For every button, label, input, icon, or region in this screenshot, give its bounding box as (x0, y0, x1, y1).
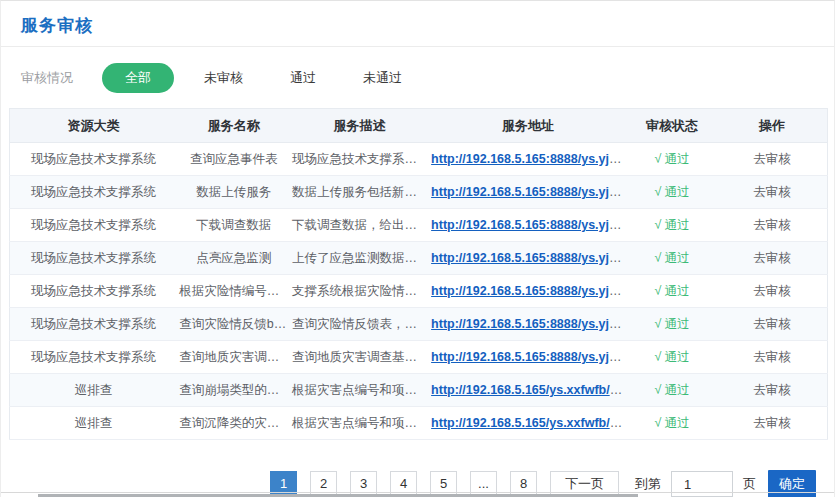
bottom-divider (1, 492, 834, 493)
go-audit-link[interactable]: 去审核 (753, 284, 791, 298)
goto-page-suffix: 页 (743, 475, 756, 493)
cell-service-name: 查询应急事件表 (177, 143, 290, 176)
table-row: 巡排查查询沉降类的灾害点...根据灾害点编号和项目类...http://192.… (10, 407, 828, 440)
service-url-link[interactable]: http://192.168.5.165:8888/ys.yjz... (431, 185, 626, 199)
cell-audit-status: √ 通过 (627, 176, 717, 209)
services-table: 资源大类服务名称服务描述服务地址审核状态操作 现场应急技术支撑系统查询应急事件表… (9, 108, 828, 440)
cell-category: 现场应急技术支撑系统 (10, 209, 178, 242)
go-audit-link[interactable]: 去审核 (753, 317, 791, 331)
filter-tab-2[interactable]: 通过 (290, 69, 316, 87)
service-url-link[interactable]: http://192.168.5.165:8888/ys.yjz... (431, 317, 626, 331)
service-url-link[interactable]: http://192.168.5.165/ys.xxfwfb/s... (431, 416, 627, 430)
status-passed-badge: √ 通过 (654, 317, 689, 331)
cell-service-url: http://192.168.5.165/ys.xxfwfb/s... (429, 374, 627, 407)
cell-service-name: 查询地质灾害调查基... (177, 341, 290, 374)
cell-category: 现场应急技术支撑系统 (10, 176, 178, 209)
service-url-link[interactable]: http://192.168.5.165:8888/ys.yjz... (431, 218, 626, 232)
table-body: 现场应急技术支撑系统查询应急事件表现场应急技术支撑系统相...http://19… (10, 143, 828, 440)
table-header-row: 资源大类服务名称服务描述服务地址审核状态操作 (10, 109, 828, 143)
filter-row: 审核情况 全部未审核通过未通过 (1, 47, 834, 108)
cell-service-name: 根据灾险情编号查询... (177, 275, 290, 308)
cell-service-name: 点亮应急监测 (177, 242, 290, 275)
table-row: 巡排查查询崩塌类型的灾害...根据灾害点编号和项目类...http://192.… (10, 374, 828, 407)
status-passed-badge: √ 通过 (654, 185, 689, 199)
filter-tab-0[interactable]: 全部 (102, 63, 174, 93)
cell-service-name: 下载调查数据 (177, 209, 290, 242)
filter-tab-3[interactable]: 未通过 (363, 69, 402, 87)
cell-category: 现场应急技术支撑系统 (10, 341, 178, 374)
column-header-2: 服务描述 (290, 109, 429, 143)
cell-category: 现场应急技术支撑系统 (10, 143, 178, 176)
go-audit-link[interactable]: 去审核 (753, 350, 791, 364)
column-header-1: 服务名称 (177, 109, 290, 143)
cell-service-name: 查询灾险情反馈byZ... (177, 308, 290, 341)
service-url-link[interactable]: http://192.168.5.165:8888/ys.yjz... (431, 152, 626, 166)
status-passed-badge: √ 通过 (654, 218, 689, 232)
cell-action: 去审核 (717, 242, 827, 275)
go-audit-link[interactable]: 去审核 (753, 185, 791, 199)
service-audit-panel: 服务审核 审核情况 全部未审核通过未通过 资源大类服务名称服务描述服务地址审核状… (0, 0, 835, 497)
column-header-0: 资源大类 (10, 109, 178, 143)
cell-service-desc: 现场应急技术支撑系统相... (290, 143, 429, 176)
cell-action: 去审核 (717, 308, 827, 341)
cell-service-desc: 数据上传服务包括新增应... (290, 176, 429, 209)
cell-audit-status: √ 通过 (627, 308, 717, 341)
cell-service-desc: 根据灾害点编号和项目类... (290, 407, 429, 440)
go-audit-link[interactable]: 去审核 (753, 416, 791, 430)
cell-service-url: http://192.168.5.165:8888/ys.yjz... (429, 341, 627, 374)
service-url-link[interactable]: http://192.168.5.165:8888/ys.yjz... (431, 350, 626, 364)
go-audit-link[interactable]: 去审核 (753, 251, 791, 265)
table-row: 现场应急技术支撑系统根据灾险情编号查询...支撑系统根据灾险情编号...http… (10, 275, 828, 308)
cell-service-url: http://192.168.5.165/ys.xxfwfb/s... (429, 407, 627, 440)
go-audit-link[interactable]: 去审核 (753, 152, 791, 166)
status-passed-badge: √ 通过 (654, 350, 689, 364)
cell-audit-status: √ 通过 (627, 143, 717, 176)
cell-action: 去审核 (717, 209, 827, 242)
cell-action: 去审核 (717, 275, 827, 308)
cell-action: 去审核 (717, 341, 827, 374)
service-url-link[interactable]: http://192.168.5.165:8888/ys.yjz... (431, 251, 626, 265)
cell-service-desc: 查询灾险情反馈表，参数... (290, 308, 429, 341)
filter-label: 审核情况 (21, 69, 73, 87)
table-row: 现场应急技术支撑系统查询地质灾害调查基...查询地质灾害调查基本信...http… (10, 341, 828, 374)
status-passed-badge: √ 通过 (654, 284, 689, 298)
cell-action: 去审核 (717, 374, 827, 407)
cell-category: 巡排查 (10, 374, 178, 407)
status-passed-badge: √ 通过 (654, 383, 689, 397)
cell-category: 巡排查 (10, 407, 178, 440)
cell-service-url: http://192.168.5.165:8888/ys.yjz... (429, 209, 627, 242)
cell-service-url: http://192.168.5.165:8888/ys.yjz... (429, 242, 627, 275)
cell-service-desc: 根据灾害点编号和项目类... (290, 374, 429, 407)
service-url-link[interactable]: http://192.168.5.165/ys.xxfwfb/s... (431, 383, 627, 397)
status-passed-badge: √ 通过 (654, 152, 689, 166)
page-title: 服务审核 (1, 1, 834, 46)
cell-service-desc: 查询地质灾害调查基本信... (290, 341, 429, 374)
cell-category: 现场应急技术支撑系统 (10, 308, 178, 341)
cell-audit-status: √ 通过 (627, 374, 717, 407)
cell-action: 去审核 (717, 176, 827, 209)
cell-service-name: 查询崩塌类型的灾害... (177, 374, 290, 407)
cell-service-name: 查询沉降类的灾害点... (177, 407, 290, 440)
go-audit-link[interactable]: 去审核 (753, 383, 791, 397)
cell-audit-status: √ 通过 (627, 407, 717, 440)
goto-page-input[interactable] (671, 471, 733, 497)
cell-service-name: 数据上传服务 (177, 176, 290, 209)
go-audit-link[interactable]: 去审核 (753, 218, 791, 232)
cell-service-url: http://192.168.5.165:8888/ys.yjz... (429, 176, 627, 209)
cell-service-url: http://192.168.5.165:8888/ys.yjz... (429, 275, 627, 308)
status-passed-badge: √ 通过 (654, 416, 689, 430)
filter-tab-1[interactable]: 未审核 (204, 69, 243, 87)
cell-audit-status: √ 通过 (627, 242, 717, 275)
cell-service-desc: 下载调查数据，给出进度... (290, 209, 429, 242)
cell-service-desc: 上传了应急监测数据点亮... (290, 242, 429, 275)
table-row: 现场应急技术支撑系统数据上传服务数据上传服务包括新增应...http://192… (10, 176, 828, 209)
table-row: 现场应急技术支撑系统下载调查数据下载调查数据，给出进度...http://192… (10, 209, 828, 242)
column-header-4: 审核状态 (627, 109, 717, 143)
service-url-link[interactable]: http://192.168.5.165:8888/ys.yjz... (431, 284, 626, 298)
table-row: 现场应急技术支撑系统查询应急事件表现场应急技术支撑系统相...http://19… (10, 143, 828, 176)
cell-service-desc: 支撑系统根据灾险情编号... (290, 275, 429, 308)
cell-service-url: http://192.168.5.165:8888/ys.yjz... (429, 143, 627, 176)
table-row: 现场应急技术支撑系统点亮应急监测上传了应急监测数据点亮...http://192… (10, 242, 828, 275)
table-row: 现场应急技术支撑系统查询灾险情反馈byZ...查询灾险情反馈表，参数...htt… (10, 308, 828, 341)
cell-audit-status: √ 通过 (627, 209, 717, 242)
